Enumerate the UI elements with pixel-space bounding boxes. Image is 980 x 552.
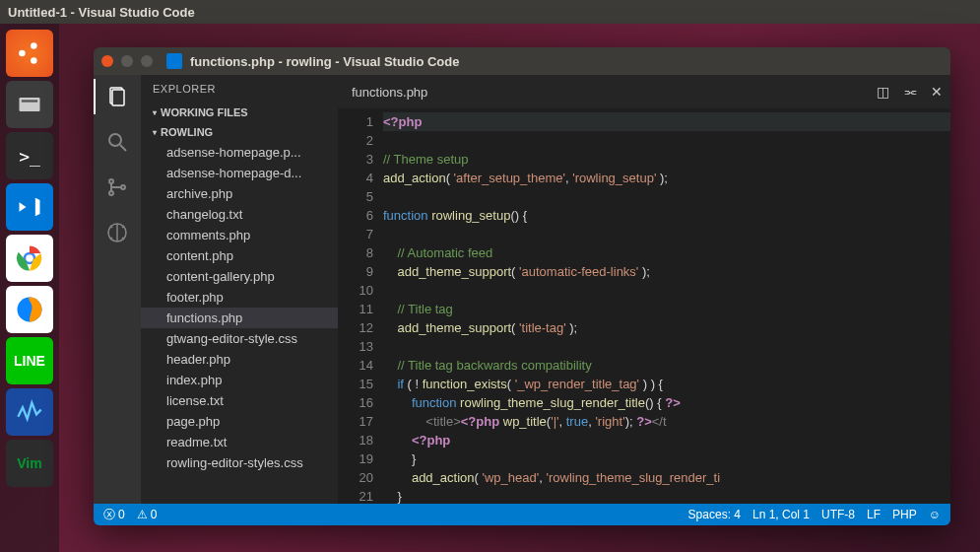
- dash-icon[interactable]: [6, 30, 53, 77]
- status-errors[interactable]: ⓧ 0: [103, 507, 125, 523]
- split-editor-icon[interactable]: ◫: [877, 84, 889, 100]
- svg-rect-10: [112, 90, 124, 105]
- svg-point-0: [19, 50, 26, 57]
- toggle-layout-icon[interactable]: ⫘: [903, 84, 917, 100]
- minimize-icon[interactable]: [121, 55, 133, 67]
- tab-functions[interactable]: functions.php: [338, 75, 441, 108]
- status-cursor[interactable]: Ln 1, Col 1: [752, 508, 810, 521]
- vim-icon[interactable]: Vim: [6, 440, 53, 487]
- file-item[interactable]: rowling-editor-styles.css: [141, 452, 338, 473]
- svg-line-12: [120, 145, 126, 151]
- explorer-icon[interactable]: [103, 83, 131, 110]
- line-gutter: 123456789101112131415161718192021: [338, 108, 383, 504]
- maximize-icon[interactable]: [141, 55, 153, 67]
- vscode-window: functions.php - rowling - Visual Studio …: [94, 47, 950, 525]
- file-item[interactable]: functions.php: [141, 308, 338, 328]
- status-encoding[interactable]: UTF-8: [821, 508, 855, 521]
- titlebar[interactable]: functions.php - rowling - Visual Studio …: [94, 47, 950, 75]
- section-project[interactable]: ▾ROWLING: [141, 122, 338, 142]
- chevron-down-icon: ▾: [153, 128, 157, 137]
- svg-point-1: [31, 42, 37, 49]
- svg-rect-4: [22, 100, 37, 102]
- chevron-down-icon: ▾: [153, 108, 157, 117]
- svg-point-13: [109, 179, 113, 183]
- status-feedback-icon[interactable]: ☺: [929, 508, 941, 521]
- svg-point-11: [109, 134, 121, 146]
- status-eol[interactable]: LF: [867, 508, 881, 521]
- git-icon[interactable]: [103, 173, 131, 201]
- code-editor[interactable]: 123456789101112131415161718192021 <?php …: [338, 108, 950, 504]
- file-item[interactable]: content-gallery.php: [141, 266, 338, 287]
- file-item[interactable]: content.php: [141, 245, 338, 266]
- editor-area: functions.php ◫ ⫘ ✕ 12345678910111213141…: [338, 75, 950, 504]
- file-item[interactable]: gtwang-editor-style.css: [141, 328, 338, 349]
- file-item[interactable]: adsense-homepage.p...: [141, 142, 338, 163]
- debug-icon[interactable]: [103, 219, 131, 246]
- file-item[interactable]: readme.txt: [141, 432, 338, 452]
- status-spaces[interactable]: Spaces: 4: [688, 508, 741, 521]
- window-title: functions.php - rowling - Visual Studio …: [190, 54, 459, 69]
- desktop-menubar: Untitled-1 - Visual Studio Code: [0, 0, 980, 24]
- file-item[interactable]: index.php: [141, 370, 338, 390]
- vscode-icon[interactable]: [6, 183, 53, 231]
- file-item[interactable]: header.php: [141, 349, 338, 370]
- svg-point-14: [109, 191, 113, 195]
- svg-rect-3: [20, 98, 40, 111]
- files-icon[interactable]: [6, 81, 53, 128]
- code-content[interactable]: <?php // Theme setupadd_action( 'after_s…: [383, 108, 950, 504]
- file-item[interactable]: page.php: [141, 411, 338, 432]
- terminal-icon[interactable]: >_: [6, 132, 53, 179]
- chrome-icon[interactable]: [6, 235, 53, 282]
- monitor-icon[interactable]: [6, 388, 53, 436]
- app-icon: [166, 53, 182, 69]
- close-tab-icon[interactable]: ✕: [931, 84, 943, 100]
- sidebar-title: EXPLORER: [141, 75, 338, 103]
- sidebar: EXPLORER ▾WORKING FILES ▾ROWLING adsense…: [141, 75, 338, 504]
- file-item[interactable]: changelog.txt: [141, 204, 338, 225]
- file-item[interactable]: comments.php: [141, 225, 338, 245]
- status-warnings[interactable]: ⚠ 0: [137, 508, 158, 521]
- unity-launcher: >_ LINE Vim: [0, 24, 59, 552]
- status-lang[interactable]: PHP: [892, 508, 917, 521]
- menubar-title: Untitled-1 - Visual Studio Code: [8, 5, 195, 20]
- line-icon[interactable]: LINE: [6, 337, 53, 384]
- section-working-files[interactable]: ▾WORKING FILES: [141, 103, 338, 122]
- tab-bar: functions.php ◫ ⫘ ✕: [338, 75, 950, 108]
- search-icon[interactable]: [103, 128, 131, 156]
- close-icon[interactable]: [101, 55, 113, 67]
- file-list: adsense-homepage.p...adsense-homepage-d.…: [141, 142, 338, 504]
- svg-point-7: [26, 254, 33, 262]
- file-item[interactable]: footer.php: [141, 287, 338, 308]
- file-item[interactable]: archive.php: [141, 183, 338, 204]
- status-bar: ⓧ 0 ⚠ 0 Spaces: 4 Ln 1, Col 1 UTF-8 LF P…: [94, 504, 950, 525]
- svg-point-2: [31, 57, 37, 64]
- svg-point-15: [121, 185, 125, 189]
- activity-bar: [94, 75, 141, 504]
- firefox-icon[interactable]: [6, 286, 53, 333]
- file-item[interactable]: adsense-homepage-d...: [141, 163, 338, 183]
- file-item[interactable]: license.txt: [141, 390, 338, 411]
